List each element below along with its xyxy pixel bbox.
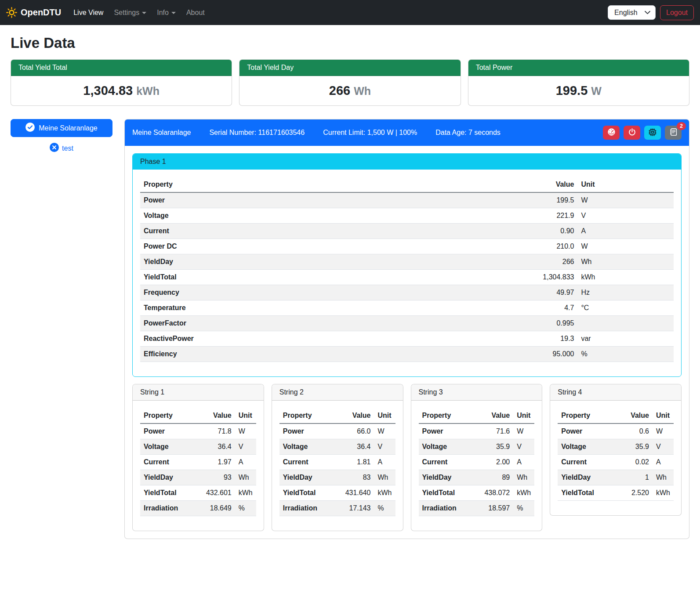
table-row: Efficiency95.000% xyxy=(140,347,674,362)
total-power-unit: W xyxy=(591,85,602,97)
nav-item-about[interactable]: About xyxy=(183,5,208,20)
table-header-row: PropertyValueUnit xyxy=(140,177,674,192)
nav-links: Live View Settings Info About xyxy=(70,5,608,20)
total-yield-day-unit: Wh xyxy=(354,85,371,97)
property-cell: Frequency xyxy=(140,285,439,300)
check-circle-icon xyxy=(25,123,35,134)
cpu-icon xyxy=(648,128,657,138)
table-row: Irradiation18.649% xyxy=(140,501,256,516)
inverter-name: Meine Solaranlage xyxy=(132,129,191,137)
property-cell: YieldDay xyxy=(140,254,439,270)
table-row: Power199.5W xyxy=(140,192,674,208)
value-cell: 221.9 xyxy=(439,208,578,224)
logout-button[interactable]: Logout xyxy=(660,5,694,20)
table-row: PowerFactor0.995 xyxy=(140,316,674,331)
property-cell: YieldDay xyxy=(558,470,606,485)
unit-cell xyxy=(577,316,674,331)
phase-1-header: Phase 1 xyxy=(133,154,681,170)
table-row: Voltage36.4V xyxy=(140,439,256,455)
inverter-card-header: Meine Solaranlage Serial Number: 1161716… xyxy=(125,119,689,146)
value-cell: 1.97 xyxy=(189,455,235,470)
unit-cell: A xyxy=(235,455,256,470)
nav-item-label: About xyxy=(186,9,205,17)
nav-item-settings[interactable]: Settings xyxy=(110,5,150,20)
table-row: ReactivePower19.3var xyxy=(140,331,674,347)
inverter-selected-button[interactable]: Meine Solaranlage xyxy=(11,119,112,137)
table-row: Power71.6W xyxy=(419,423,535,439)
value-cell: 36.4 xyxy=(189,439,235,455)
nav-item-label: Settings xyxy=(114,9,139,17)
total-power-card: Total Power 199.5W xyxy=(468,59,689,106)
property-cell: Irradiation xyxy=(419,501,468,516)
value-cell: 19.3 xyxy=(439,331,578,347)
unit-cell: kWh xyxy=(513,485,534,501)
phase-1-panel: Phase 1 PropertyValueUnitPower199.5WVolt… xyxy=(132,153,682,377)
inverter-other-link[interactable]: test xyxy=(62,145,73,152)
unit-cell: var xyxy=(577,331,674,347)
property-cell: Power DC xyxy=(140,239,439,254)
string-4-body: PropertyValueUnitPower0.6WVoltage35.9VCu… xyxy=(550,401,681,515)
x-circle-icon[interactable] xyxy=(50,143,59,154)
nav-item-live-view[interactable]: Live View xyxy=(70,5,107,20)
total-power-value: 199.5 xyxy=(556,83,588,98)
property-cell: Voltage xyxy=(140,439,189,455)
column-header: Value xyxy=(439,177,578,192)
property-cell: Irradiation xyxy=(279,501,328,516)
unit-cell: W xyxy=(653,423,674,439)
column-header: Property xyxy=(140,408,189,423)
card-body: 1,304.83kWh xyxy=(11,76,232,105)
column-header: Unit xyxy=(653,408,674,423)
table-row: Frequency49.97Hz xyxy=(140,285,674,300)
table-row: YieldDay266Wh xyxy=(140,254,674,270)
nav-item-label: Live View xyxy=(73,9,103,17)
table-header-row: PropertyValueUnit xyxy=(558,408,674,423)
column-header: Property xyxy=(279,408,328,423)
value-cell: 1,304.833 xyxy=(439,270,578,285)
speedometer-icon xyxy=(607,128,616,137)
property-cell: Current xyxy=(558,455,606,470)
inverter-section: Meine Solaranlage test Meine Solaranlage… xyxy=(11,119,689,539)
property-cell: Irradiation xyxy=(140,501,189,516)
card-body: 266Wh xyxy=(239,76,460,105)
device-info-button[interactable] xyxy=(644,126,661,140)
string-1-body: PropertyValueUnitPower71.8WVoltage36.4VC… xyxy=(133,401,264,531)
unit-cell: °C xyxy=(577,300,674,316)
unit-cell: A xyxy=(577,224,674,239)
value-cell: 0.02 xyxy=(606,455,653,470)
column-header: Property xyxy=(419,408,468,423)
power-button[interactable] xyxy=(624,126,640,140)
inverter-card-body: Phase 1 PropertyValueUnitPower199.5WVolt… xyxy=(125,146,689,539)
card-header: Total Yield Day xyxy=(239,60,460,76)
nav-item-label: Info xyxy=(157,9,169,17)
table-header-row: PropertyValueUnit xyxy=(419,408,535,423)
column-header: Unit xyxy=(513,408,534,423)
unit-cell: kWh xyxy=(374,485,395,501)
limit-settings-button[interactable] xyxy=(603,126,620,140)
property-cell: Efficiency xyxy=(140,347,439,362)
unit-cell: Wh xyxy=(235,470,256,485)
language-select[interactable]: English xyxy=(608,5,656,20)
inverter-card: Meine Solaranlage Serial Number: 1161716… xyxy=(124,119,689,539)
property-cell: Current xyxy=(279,455,328,470)
inverter-sidebar: Meine Solaranlage test xyxy=(11,119,112,154)
value-cell: 0.995 xyxy=(439,316,578,331)
value-cell: 2.520 xyxy=(606,485,653,501)
table-header-row: PropertyValueUnit xyxy=(279,408,395,423)
table-row: Power66.0W xyxy=(279,423,395,439)
event-log-button[interactable]: 2 xyxy=(665,126,682,140)
table-row: Current2.00A xyxy=(419,455,535,470)
unit-cell: V xyxy=(653,439,674,455)
brand[interactable]: OpenDTU xyxy=(6,7,61,18)
column-header: Value xyxy=(328,408,374,423)
total-yield-total-card: Total Yield Total 1,304.83kWh xyxy=(11,59,232,106)
string-1-header: String 1 xyxy=(133,384,264,401)
table-row: Voltage221.9V xyxy=(140,208,674,224)
value-cell: 83 xyxy=(328,470,374,485)
nav-item-info[interactable]: Info xyxy=(153,5,179,20)
table-row: YieldTotal438.072kWh xyxy=(419,485,535,501)
inverter-actions: 2 xyxy=(603,126,682,140)
property-cell: YieldDay xyxy=(419,470,468,485)
string-4-card: String 4 PropertyValueUnitPower0.6WVolta… xyxy=(550,384,682,516)
table-row: Temperature4.7°C xyxy=(140,300,674,316)
value-cell: 1.81 xyxy=(328,455,374,470)
